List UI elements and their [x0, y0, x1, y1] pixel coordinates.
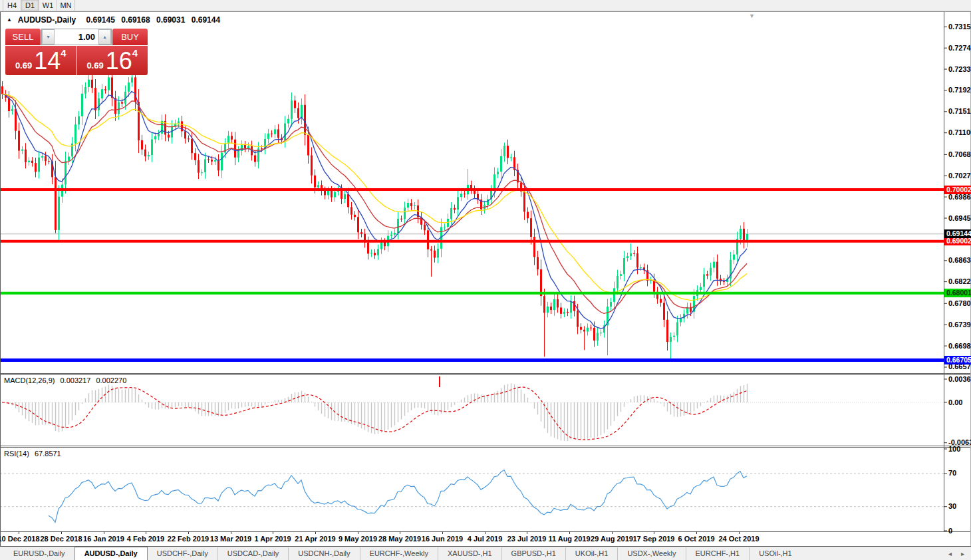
macd-name: MACD(12,26,9): [4, 376, 55, 384]
tabs-scroll-right-icon[interactable]: ▸: [961, 550, 964, 557]
terminal-workspace: H4D1W1MN ▲ AUDUSD-,Daily 0.69145 0.69168…: [0, 0, 971, 560]
rsi-axis-tick: 100: [948, 445, 960, 453]
price-axis-tick: 0.73150: [948, 23, 971, 31]
volume-input[interactable]: [55, 29, 98, 45]
buy-button[interactable]: BUY: [112, 29, 148, 45]
chart-tab-usdx-weekly[interactable]: USDX-,Weekly: [617, 547, 685, 560]
date-axis-label: 16 Jan 2019: [83, 535, 124, 543]
timeframe-button-h4[interactable]: H4: [3, 0, 21, 11]
volume-decrease-button[interactable]: ▼: [42, 29, 55, 45]
chart-tab-bar: EURUSD-,DailyAUDUSD-,DailyUSDCHF-,DailyU…: [0, 547, 971, 560]
date-axis-label: 21 Apr 2019: [295, 535, 335, 543]
price-axis-tick: 0.67800: [948, 299, 971, 307]
price-axis-tick: 0.67390: [948, 321, 971, 329]
buy-price-pips: 16: [106, 50, 132, 72]
price-axis-tick: 0.72740: [948, 44, 971, 52]
chart-ohlc-title: ▲ AUDUSD-,Daily 0.69145 0.69168 0.69031 …: [7, 15, 224, 25]
level-price-tag: 0.68001: [944, 289, 971, 297]
price-axis-tick: 0.68220: [948, 277, 971, 285]
buy-price-prefix: 0.69: [86, 61, 103, 70]
rsi-indicator-label: RSI(14) 67.8571: [4, 450, 61, 458]
volume-spinner: ▼ ▲: [41, 29, 112, 45]
date-axis-label: 28 Dec 2018: [41, 535, 82, 543]
chevron-down-icon: ▼: [46, 35, 51, 39]
date-axis-label: 4 Feb 2019: [127, 535, 164, 543]
chart-tab-eurchf-weekly[interactable]: EURCHF-,Weekly: [360, 547, 438, 560]
price-axis-tick: 0.69450: [948, 214, 971, 222]
chart-tab-usdchf-daily[interactable]: USDCHF-,Daily: [148, 547, 217, 560]
date-axis-label: 11 Aug 2019: [548, 535, 590, 543]
date-axis-label: 22 Feb 2019: [168, 535, 209, 543]
open-value: 0.69145: [86, 15, 115, 25]
date-axis-label: 29 Aug 2019: [591, 535, 633, 543]
chart-tab-usoil-h1[interactable]: USOil-,H1: [749, 547, 801, 560]
buy-price-point: 4: [132, 47, 138, 59]
close-value: 0.69144: [192, 15, 220, 25]
tab-scroll-arrows: ◂ ▸: [948, 547, 964, 560]
level-price-tag: 0.66705: [944, 356, 971, 364]
price-axis-tick: 0.66980: [948, 342, 971, 350]
volume-increase-button[interactable]: ▲: [98, 29, 111, 45]
rsi-value: 67.8571: [35, 450, 61, 458]
timeframe-toolbar: H4D1W1MN: [0, 0, 971, 11]
high-value: 0.69168: [121, 15, 150, 25]
timeframe-button-mn[interactable]: MN: [57, 0, 75, 11]
macd-axis-tick: 0.00: [948, 398, 962, 406]
macd-axis-tick: 0.003674: [948, 375, 971, 383]
chart-tabs: EURUSD-,DailyAUDUSD-,DailyUSDCHF-,DailyU…: [4, 547, 801, 560]
chart-tab-ukoil-h1[interactable]: UKOil-,H1: [565, 547, 618, 560]
price-axis-tick: 0.71100: [948, 128, 971, 136]
chart-tab-usdcad-daily[interactable]: USDCAD-,Daily: [217, 547, 289, 560]
date-axis-label: 16 Jun 2019: [422, 535, 463, 543]
buy-quote-button[interactable]: 0.69 16 4: [77, 46, 148, 75]
low-value: 0.69031: [156, 15, 185, 25]
price-axis-tick: 0.71510: [948, 107, 971, 115]
macd-indicator-label: MACD(12,26,9) 0.003217 0.002270: [4, 376, 126, 384]
sell-price-pips: 14: [34, 50, 61, 72]
date-axis-label: 10 Dec 2018: [0, 535, 40, 543]
chart-tab-usdcnh-daily[interactable]: USDCNH-,Daily: [288, 547, 359, 560]
price-axis-tick: 0.68630: [948, 256, 971, 264]
date-axis-label: 9 May 2019: [339, 535, 377, 543]
rsi-axis-tick: 0: [948, 527, 952, 535]
current-price-tag: 0.69144: [944, 229, 971, 238]
chevron-up-icon: ▲: [102, 35, 107, 39]
date-axis-label: 4 Jul 2019: [468, 535, 503, 543]
sell-price-point: 4: [61, 47, 66, 59]
level-price-tag: 0.70002: [944, 186, 971, 194]
sell-quote-button[interactable]: 0.69 14 4: [5, 46, 76, 75]
timeframe-button-d1[interactable]: D1: [21, 0, 39, 11]
rsi-axis-tick: 30: [948, 502, 956, 510]
price-axis-tick: 0.71920: [948, 86, 971, 94]
date-axis-label: 6 Oct 2019: [678, 535, 714, 543]
macd-main-value: 0.003217: [60, 376, 90, 384]
timeframe-button-w1[interactable]: W1: [39, 0, 57, 11]
chart-tab-gbpusd-h1[interactable]: GBPUSD-,H1: [501, 547, 565, 560]
date-axis-label: 23 Jul 2019: [507, 535, 547, 543]
date-axis-label: 1 Apr 2019: [254, 535, 291, 543]
date-axis-label: 28 May 2019: [378, 535, 421, 543]
chart-tab-audusd-daily[interactable]: AUDUSD-,Daily: [74, 547, 148, 560]
symbol-period-label: AUDUSD-,Daily: [18, 15, 76, 25]
date-axis-label: 24 Oct 2019: [718, 535, 759, 543]
chart-tab-xauusd-h1[interactable]: XAUUSD-,H1: [438, 547, 501, 560]
collapse-panel-icon[interactable]: ▲: [7, 17, 12, 23]
price-axis-tick: 0.70270: [948, 172, 971, 180]
sell-button[interactable]: SELL: [5, 29, 41, 45]
tabs-scroll-left-icon[interactable]: ◂: [948, 550, 952, 557]
chart-shift-marker-icon[interactable]: ▼: [749, 13, 755, 19]
price-axis-tick: 0.72330: [948, 65, 971, 73]
date-axis-label: 17 Sep 2019: [633, 535, 675, 543]
date-axis-label: 13 Mar 2019: [210, 535, 251, 543]
rsi-axis-tick: 70: [948, 469, 956, 477]
chart-tab-eurusd-daily[interactable]: EURUSD-,Daily: [4, 547, 74, 560]
one-click-trading-panel: SELL ▼ ▲ BUY 0.69 14 4 0.69 16 4: [5, 29, 148, 75]
price-axis-tick: 0.70680: [948, 150, 971, 158]
chart-canvas[interactable]: [0, 0, 971, 560]
sell-price-prefix: 0.69: [15, 61, 32, 70]
rsi-name: RSI(14): [4, 450, 29, 458]
chart-tab-eurchf-h1[interactable]: EURCHF-,H1: [686, 547, 750, 560]
macd-signal-value: 0.002270: [96, 376, 126, 384]
